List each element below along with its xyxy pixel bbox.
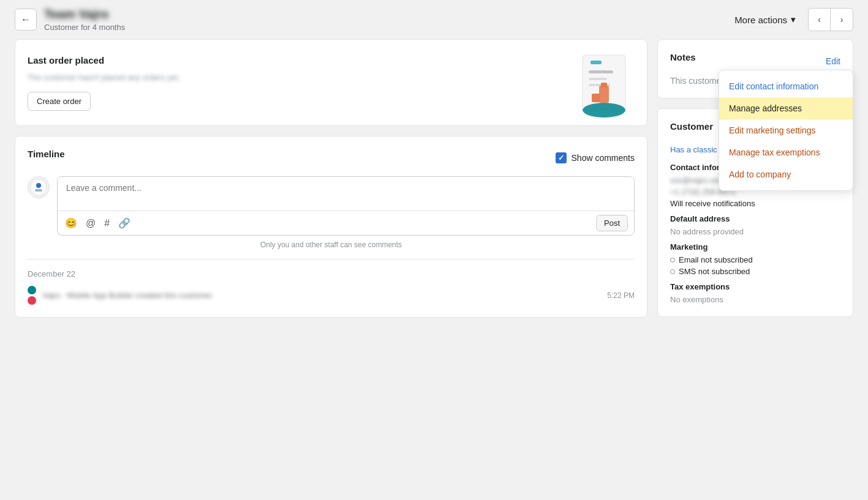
show-comments-label[interactable]: Show comments	[556, 152, 635, 163]
show-comments-checkbox[interactable]	[556, 152, 567, 163]
timeline-divider	[28, 259, 635, 259]
no-address-text: No address provided	[670, 227, 840, 236]
comment-note: Only you and other staff can see comment…	[28, 241, 635, 249]
svg-rect-11	[35, 189, 42, 192]
sms-marketing-item: SMS not subscribed	[670, 267, 840, 276]
notes-title: Notes	[670, 52, 696, 62]
mention-icon[interactable]: @	[85, 217, 97, 230]
event-text: Vajro · Mobile App Builder created this …	[42, 291, 601, 300]
sms-marketing-text: SMS not subscribed	[679, 267, 750, 276]
email-marketing-text: Email not subscribed	[679, 255, 753, 264]
svg-rect-2	[589, 78, 607, 80]
dropdown-add-company[interactable]: Add to company	[719, 163, 853, 185]
post-button[interactable]: Post	[596, 215, 628, 231]
svg-rect-1	[589, 70, 613, 73]
svg-rect-8	[601, 83, 607, 88]
tax-section-label: Tax exemptions	[670, 282, 840, 291]
nav-arrows: ‹ ›	[808, 8, 853, 31]
notes-header: Notes Edit	[670, 52, 840, 70]
dropdown-manage-tax[interactable]: Manage tax exemptions	[719, 141, 853, 163]
show-comments-text: Show comments	[572, 153, 635, 163]
comment-input-area: 😊 @ # 🔗 Post	[57, 176, 635, 236]
last-order-card: Last order placed The customer hasn't pl…	[15, 39, 647, 126]
default-address-label: Default address	[670, 214, 840, 223]
svg-point-6	[583, 103, 625, 118]
timeline-date: December 22	[28, 269, 635, 278]
last-order-title: Last order placed	[28, 55, 180, 65]
will-receive-notifications: Will receive notifications	[670, 199, 840, 208]
customer-name: Team Vajro	[44, 7, 125, 21]
link-icon[interactable]: 🔗	[117, 216, 132, 230]
customer-since: Customer for 4 months	[44, 23, 125, 32]
left-column: Last order placed The customer hasn't pl…	[15, 39, 647, 318]
more-actions-label: More actions	[734, 15, 787, 25]
comment-toolbar: 😊 @ # 🔗 Post	[58, 211, 634, 235]
order-empty-text: The customer hasn't placed any orders ye…	[28, 73, 180, 82]
dot-teal	[28, 286, 36, 294]
svg-rect-7	[599, 86, 609, 103]
timeline-header: Timeline Show comments	[28, 149, 635, 166]
customer-card-title: Customer	[670, 121, 713, 132]
svg-rect-4	[591, 61, 602, 64]
customer-card: Customer Manage ▾ Has a classic account …	[657, 108, 853, 317]
back-button[interactable]: ←	[15, 9, 37, 31]
top-bar-left: ← Team Vajro Customer for 4 months	[15, 7, 125, 32]
more-actions-button[interactable]: More actions ▾	[727, 9, 803, 30]
no-exemptions-text: No exemptions	[670, 295, 840, 304]
emoji-icon[interactable]: 😊	[64, 216, 78, 230]
create-order-button[interactable]: Create order	[28, 92, 91, 111]
svg-point-10	[36, 183, 41, 188]
next-button[interactable]: ›	[831, 9, 853, 31]
main-content: Last order placed The customer hasn't pl…	[0, 39, 868, 332]
order-illustration	[573, 52, 635, 113]
avatar-logo	[28, 176, 50, 198]
dot-pink	[28, 296, 36, 305]
comment-textarea[interactable]	[58, 177, 634, 209]
dropdown-edit-marketing[interactable]: Edit marketing settings	[719, 119, 853, 141]
right-column: Notes Edit This customer doesn't have no…	[657, 39, 853, 318]
customer-info: Team Vajro Customer for 4 months	[44, 7, 125, 32]
last-order-left: Last order placed The customer hasn't pl…	[28, 55, 180, 111]
dropdown-edit-contact[interactable]: Edit contact information	[719, 75, 853, 97]
chevron-down-icon: ▾	[791, 14, 796, 25]
hashtag-icon[interactable]: #	[103, 217, 111, 230]
prev-button[interactable]: ‹	[809, 9, 831, 31]
dropdown-manage-addresses[interactable]: Manage addresses	[719, 97, 853, 119]
email-bullet	[670, 258, 675, 263]
timeline-event-row: Vajro · Mobile App Builder created this …	[28, 286, 635, 305]
event-time: 5:22 PM	[607, 291, 635, 300]
top-bar: ← Team Vajro Customer for 4 months More …	[0, 0, 868, 39]
timeline-dots	[28, 286, 36, 305]
svg-rect-5	[592, 94, 600, 102]
timeline-title: Timeline	[28, 149, 65, 159]
manage-dropdown: Edit contact information Manage addresse…	[719, 70, 853, 191]
timeline-card: Timeline Show comments	[15, 136, 647, 318]
email-marketing-item: Email not subscribed	[670, 255, 840, 264]
top-bar-right: More actions ▾ ‹ ›	[727, 8, 853, 31]
comment-box-wrapper: 😊 @ # 🔗 Post	[28, 176, 635, 236]
sms-bullet	[670, 269, 675, 274]
marketing-section-label: Marketing	[670, 242, 840, 252]
edit-notes-link[interactable]: Edit	[826, 56, 840, 66]
